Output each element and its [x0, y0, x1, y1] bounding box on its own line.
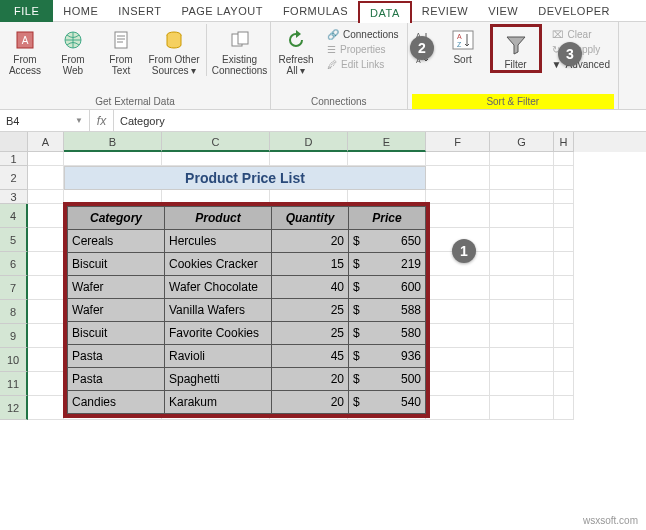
row-header-4[interactable]: 4: [0, 204, 28, 228]
cell-category[interactable]: Pasta: [68, 368, 165, 391]
col-header-e[interactable]: E: [348, 132, 426, 152]
sort-button[interactable]: AZ Sort: [442, 24, 484, 65]
table-row: BiscuitFavorite Cookies25$580: [68, 322, 426, 345]
database-icon: [162, 28, 186, 52]
cell-product[interactable]: Cookies Cracker: [165, 253, 272, 276]
access-icon: A: [13, 28, 37, 52]
cell-price[interactable]: $580: [349, 322, 426, 345]
filter-button[interactable]: Filter: [495, 29, 537, 70]
fx-button[interactable]: fx: [90, 110, 114, 131]
funnel-icon: [504, 33, 528, 57]
from-web-button[interactable]: From Web: [52, 24, 94, 76]
tab-page-layout[interactable]: PAGE LAYOUT: [171, 0, 273, 22]
cell-price[interactable]: $219: [349, 253, 426, 276]
row-header-7[interactable]: 7: [0, 276, 28, 300]
cell-quantity[interactable]: 20: [272, 230, 349, 253]
formula-bar: B4▼ fx Category: [0, 110, 646, 132]
tab-developer[interactable]: DEVELOPER: [528, 0, 620, 22]
table-row: WaferWafer Chocolate40$600: [68, 276, 426, 299]
col-header-a[interactable]: A: [28, 132, 64, 152]
existing-connections-button[interactable]: Existing Connections: [206, 24, 266, 76]
title-banner[interactable]: Product Price List: [64, 166, 426, 190]
row-header-12[interactable]: 12: [0, 396, 28, 420]
table-row: PastaSpaghetti20$500: [68, 368, 426, 391]
tab-review[interactable]: REVIEW: [412, 0, 478, 22]
cell-product[interactable]: Hercules: [165, 230, 272, 253]
cell-category[interactable]: Wafer: [68, 276, 165, 299]
col-header-f[interactable]: F: [426, 132, 490, 152]
cell-product[interactable]: Favorite Cookies: [165, 322, 272, 345]
col-header-g[interactable]: G: [490, 132, 554, 152]
col-header-b[interactable]: B: [64, 132, 162, 152]
cell-price[interactable]: $600: [349, 276, 426, 299]
from-text-button[interactable]: From Text: [100, 24, 142, 76]
tab-data[interactable]: DATA: [358, 1, 412, 23]
from-access-button[interactable]: A From Access: [4, 24, 46, 76]
refresh-all-button[interactable]: Refresh All ▾: [275, 24, 317, 76]
cell-price[interactable]: $500: [349, 368, 426, 391]
tab-insert[interactable]: INSERT: [108, 0, 171, 22]
col-header-h[interactable]: H: [554, 132, 574, 152]
tab-formulas[interactable]: FORMULAS: [273, 0, 358, 22]
cell-product[interactable]: Ravioli: [165, 345, 272, 368]
cell-price[interactable]: $588: [349, 299, 426, 322]
name-box[interactable]: B4▼: [0, 110, 90, 131]
cell-price[interactable]: $540: [349, 391, 426, 414]
cell-category[interactable]: Cereals: [68, 230, 165, 253]
cell-product[interactable]: Vanilla Wafers: [165, 299, 272, 322]
svg-text:Z: Z: [457, 41, 462, 48]
cell-quantity[interactable]: 45: [272, 345, 349, 368]
tab-home[interactable]: HOME: [53, 0, 108, 22]
cell-quantity[interactable]: 25: [272, 322, 349, 345]
cell-quantity[interactable]: 40: [272, 276, 349, 299]
row-header-9[interactable]: 9: [0, 324, 28, 348]
from-web-label: From Web: [52, 54, 94, 76]
cell-category[interactable]: Wafer: [68, 299, 165, 322]
col-header-d[interactable]: D: [270, 132, 348, 152]
row-header-2[interactable]: 2: [0, 166, 28, 190]
row-header-6[interactable]: 6: [0, 252, 28, 276]
clear-button: ⌧Clear: [548, 28, 614, 41]
watermark: wsxsoft.com: [583, 515, 638, 526]
cell-category[interactable]: Biscuit: [68, 322, 165, 345]
group-sort-filter: AZ ZA AZ Sort Filter ⌧Clear ↻Reapply ▼Ad…: [408, 22, 619, 109]
refresh-all-label: Refresh All ▾: [275, 54, 317, 76]
col-header-c[interactable]: C: [162, 132, 270, 152]
cell-quantity[interactable]: 20: [272, 391, 349, 414]
formula-input[interactable]: Category: [114, 115, 646, 127]
row-header-1[interactable]: 1: [0, 152, 28, 166]
from-other-sources-button[interactable]: From Other Sources ▾: [148, 24, 200, 76]
cell-product[interactable]: Spaghetti: [165, 368, 272, 391]
callout-3: 3: [558, 42, 582, 66]
ribbon-tab-strip: FILE HOME INSERT PAGE LAYOUT FORMULAS DA…: [0, 0, 646, 22]
tab-file[interactable]: FILE: [0, 0, 53, 22]
svg-rect-11: [453, 31, 473, 49]
row-header-5[interactable]: 5: [0, 228, 28, 252]
row-header-3[interactable]: 3: [0, 190, 28, 204]
select-all-corner[interactable]: [0, 132, 28, 152]
cell-product[interactable]: Karakum: [165, 391, 272, 414]
data-table: Category Product Quantity Price CerealsH…: [67, 206, 426, 414]
cell-price[interactable]: $650: [349, 230, 426, 253]
cell-price[interactable]: $936: [349, 345, 426, 368]
tab-view[interactable]: VIEW: [478, 0, 528, 22]
connections-icon: 🔗: [327, 29, 339, 40]
cell-category[interactable]: Pasta: [68, 345, 165, 368]
table-row: BiscuitCookies Cracker15$219: [68, 253, 426, 276]
advanced-button[interactable]: ▼Advanced: [548, 58, 614, 71]
cell-quantity[interactable]: 25: [272, 299, 349, 322]
row-header-11[interactable]: 11: [0, 372, 28, 396]
row-header-10[interactable]: 10: [0, 348, 28, 372]
cell-category[interactable]: Candies: [68, 391, 165, 414]
cell-quantity[interactable]: 15: [272, 253, 349, 276]
th-product[interactable]: Product: [165, 207, 272, 230]
cell-product[interactable]: Wafer Chocolate: [165, 276, 272, 299]
text-file-icon: [109, 28, 133, 52]
th-quantity[interactable]: Quantity: [272, 207, 349, 230]
th-category[interactable]: Category: [68, 207, 165, 230]
cell-quantity[interactable]: 20: [272, 368, 349, 391]
connections-button[interactable]: 🔗Connections: [323, 28, 403, 41]
th-price[interactable]: Price: [349, 207, 426, 230]
row-header-8[interactable]: 8: [0, 300, 28, 324]
cell-category[interactable]: Biscuit: [68, 253, 165, 276]
